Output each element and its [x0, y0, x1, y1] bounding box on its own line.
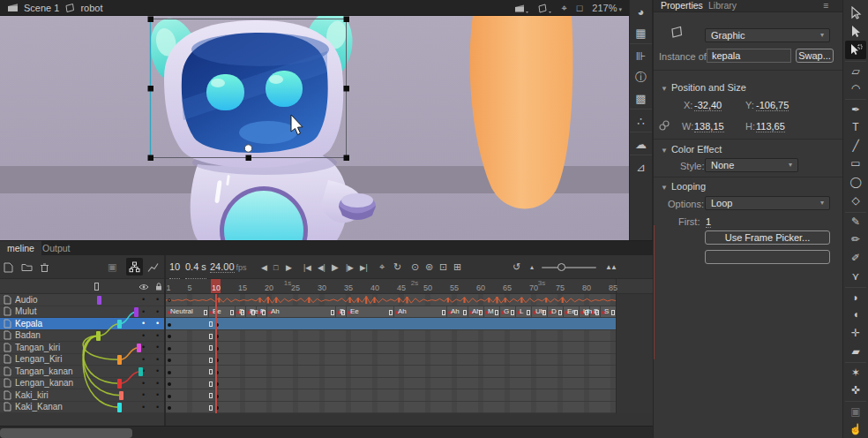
lock-icon[interactable]: [154, 282, 163, 291]
frames-row-Kepala[interactable]: [166, 318, 616, 330]
layer-lock-dot[interactable]: •: [156, 319, 159, 328]
frames-row-Kaki_kiri[interactable]: [166, 389, 616, 402]
layer-visibility-dot[interactable]: •: [142, 331, 145, 340]
end-frame-rect[interactable]: [558, 310, 562, 315]
layer-visibility-dot[interactable]: •: [142, 403, 145, 412]
keyframe-dot[interactable]: [168, 395, 171, 398]
modify-markers-icon[interactable]: ⊞: [453, 255, 461, 279]
w-value[interactable]: 138,15: [694, 121, 724, 132]
subselection-tool[interactable]: [845, 22, 866, 41]
end-frame-rect[interactable]: [204, 310, 207, 315]
stage-canvas[interactable]: [0, 16, 629, 240]
position-size-header[interactable]: ▼Position and Size: [661, 82, 746, 93]
end-frame-rect[interactable]: [611, 310, 615, 315]
frame-size-slider-knob[interactable]: [557, 263, 565, 271]
new-layer-button[interactable]: [4, 255, 13, 279]
free-transform-tool[interactable]: [845, 41, 866, 59]
play-button[interactable]: ▶: [332, 255, 339, 279]
onion-skin-icon[interactable]: ⊙: [411, 255, 419, 279]
frames-row-Lengan_Kiri[interactable]: [166, 354, 616, 366]
lasso-tool[interactable]: ◠: [845, 79, 866, 97]
layer-visibility-dot[interactable]: •: [142, 379, 145, 388]
pen-tool[interactable]: ✒: [845, 99, 866, 117]
keyframe-dot[interactable]: [168, 371, 171, 374]
end-frame-rect[interactable]: [209, 358, 213, 363]
end-frame-rect[interactable]: [209, 321, 213, 327]
layer-row-Kaki_Kanan[interactable]: Kaki_Kanan••: [0, 402, 164, 414]
keyframe-hollow[interactable]: [168, 298, 171, 302]
frames-row-Tangan_kiri[interactable]: [166, 342, 616, 354]
end-frame-rect[interactable]: [463, 310, 467, 315]
parenting-chip-Lengan_kanan[interactable]: [117, 379, 122, 389]
next-frame-button[interactable]: |▶: [346, 255, 354, 279]
layer-visibility-dot[interactable]: •: [142, 355, 145, 364]
breadcrumb-symbol[interactable]: robot: [80, 3, 102, 13]
paint-brush-tool[interactable]: ✐: [845, 248, 866, 267]
timeline-ruler[interactable]: 1s2s3s1510152025303540455055606570758085: [166, 279, 653, 294]
tab-properties[interactable]: Properties: [661, 0, 703, 11]
keyframe-dot[interactable]: [168, 347, 171, 351]
info-panel-icon[interactable]: ⓘ: [630, 67, 652, 88]
keyframe-dot[interactable]: [168, 359, 171, 362]
reset-timeline-zoom-icon[interactable]: ↺: [513, 255, 520, 279]
cc-libraries-panel-icon[interactable]: ☁: [630, 134, 652, 155]
parenting-chip-Kaki_kiri[interactable]: [119, 391, 123, 401]
asset-warp-tool[interactable]: ✶: [845, 362, 866, 381]
parenting-chip-Tangan_kiri[interactable]: [137, 344, 141, 353]
loop-options-dropdown[interactable]: Loop▾: [705, 196, 830, 210]
step-back-button[interactable]: ◀: [261, 255, 267, 279]
end-frame-rect[interactable]: [389, 310, 393, 315]
timeline-scrollbar-thumb[interactable]: [0, 428, 132, 438]
layer-lock-dot[interactable]: •: [156, 295, 159, 304]
keyframe-dot[interactable]: [168, 382, 171, 386]
onion-skin-outline-icon[interactable]: ⊚: [425, 255, 433, 279]
last-frame-button[interactable]: ▶|: [360, 255, 368, 279]
layer-row-Audio[interactable]: Audio••: [0, 294, 164, 306]
eraser-tool[interactable]: ▰: [845, 343, 866, 361]
center-playhead-icon[interactable]: ⌖: [379, 255, 385, 279]
selection-tool[interactable]: [845, 4, 866, 22]
layer-lock-dot[interactable]: •: [156, 343, 159, 351]
pencil-tool[interactable]: ✎: [845, 212, 866, 230]
end-frame-rect[interactable]: [209, 334, 213, 339]
keyframe-dot[interactable]: [168, 323, 171, 327]
layer-row-Lengan_Kiri[interactable]: Lengan_Kiri••: [0, 354, 164, 366]
y-value[interactable]: -106,75: [756, 100, 789, 111]
transform-point[interactable]: [244, 145, 251, 152]
current-frame-value[interactable]: 10: [169, 255, 180, 279]
classic-brush-tool[interactable]: ✏: [845, 230, 866, 248]
layer-visibility-dot[interactable]: •: [142, 343, 145, 351]
eye-icon[interactable]: [138, 283, 149, 291]
use-frame-picker-button[interactable]: Use Frame Picker...: [705, 230, 830, 245]
edit-symbols-icon[interactable]: [538, 4, 551, 13]
eyedropper-tool[interactable]: ✛: [845, 324, 866, 343]
first-frame-button[interactable]: |◀: [303, 255, 311, 279]
swap-button[interactable]: Swap...: [796, 49, 834, 63]
layer-lock-dot[interactable]: •: [156, 331, 159, 340]
new-folder-button[interactable]: [21, 255, 33, 279]
end-frame-rect[interactable]: [209, 381, 213, 387]
loop-playback-icon[interactable]: ↻: [393, 255, 401, 279]
center-frame-icon[interactable]: ⌖: [561, 0, 566, 16]
edit-scene-icon[interactable]: [515, 4, 528, 13]
edit-multiple-frames-icon[interactable]: ⊡: [439, 255, 447, 279]
frames-row-Badan[interactable]: [166, 330, 616, 343]
tab-library[interactable]: Library: [708, 0, 737, 11]
layer-lock-dot[interactable]: •: [156, 403, 159, 412]
end-frame-rect[interactable]: [331, 310, 334, 315]
show-tween-graph-icon[interactable]: [147, 255, 159, 279]
frames-row-Kaki_Kanan[interactable]: [166, 402, 616, 414]
zoom-level-select[interactable]: 217%▾: [592, 3, 622, 13]
camera-tool[interactable]: ▣: [845, 401, 866, 419]
puppet-pin-tool[interactable]: ✜: [845, 381, 866, 399]
layer-visibility-dot[interactable]: •: [142, 390, 145, 399]
breadcrumb-scene[interactable]: Scene 1: [24, 3, 59, 13]
keyframe-dot[interactable]: [168, 335, 171, 338]
layer-row-Lengan_kanan[interactable]: Lengan_kanan••: [0, 378, 164, 390]
parenting-chip-Kepala[interactable]: [117, 320, 122, 329]
layer-visibility-dot[interactable]: •: [142, 319, 145, 328]
paint-bucket-tool[interactable]: ◗: [845, 287, 866, 306]
hand-tool[interactable]: ☝: [845, 419, 866, 438]
tab-output[interactable]: Output: [35, 241, 78, 255]
frame-rate-value[interactable]: 24.00: [210, 261, 235, 273]
